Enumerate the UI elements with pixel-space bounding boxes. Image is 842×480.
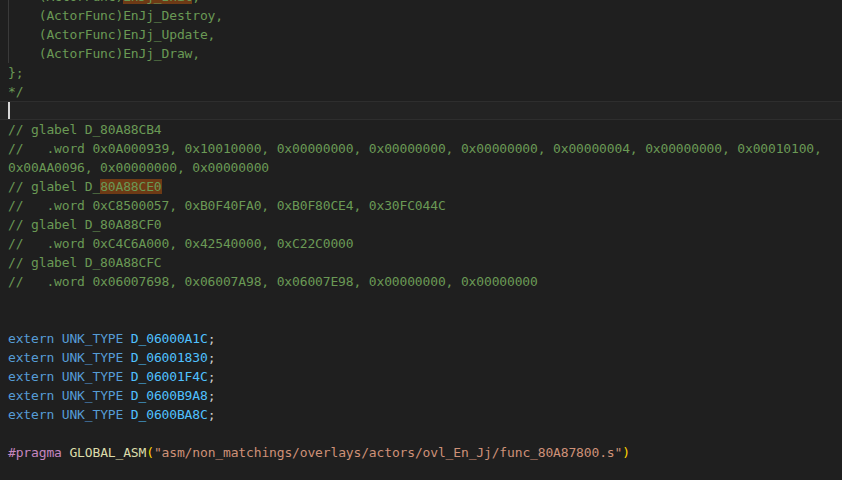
- code-token: D_06001830: [131, 350, 208, 365]
- code-token: UNK_TYPE: [62, 407, 123, 422]
- code-line[interactable]: [0, 291, 842, 310]
- code-token: */: [8, 84, 23, 99]
- code-token: (ActorFunc)EnJj_Destroy,: [8, 8, 223, 23]
- code-token: [123, 350, 131, 365]
- code-line[interactable]: extern UNK_TYPE D_06001830;: [0, 348, 842, 367]
- code-token: D_0600BA8C: [131, 407, 208, 422]
- code-line[interactable]: };: [0, 63, 842, 82]
- code-token: };: [8, 65, 23, 80]
- code-token: #pragma: [8, 445, 62, 460]
- code-token: [123, 369, 131, 384]
- code-token: extern: [8, 407, 54, 422]
- code-token: [54, 388, 62, 403]
- code-token: [123, 388, 131, 403]
- code-line[interactable]: // glabel D_80A88CE0: [0, 177, 842, 196]
- code-token: ;: [208, 369, 216, 384]
- code-token: extern: [8, 388, 54, 403]
- code-line[interactable]: // .word 0x0A000939, 0x10010000, 0x00000…: [0, 139, 842, 158]
- code-line[interactable]: */: [0, 82, 842, 101]
- code-line[interactable]: #pragma GLOBAL_ASM("asm/non_matchings/ov…: [0, 443, 842, 462]
- code-token: UNK_TYPE: [62, 388, 123, 403]
- code-token: UNK_TYPE: [62, 369, 123, 384]
- code-line[interactable]: // .word 0xC4C6A000, 0x42540000, 0xC22C0…: [0, 234, 842, 253]
- code-line[interactable]: // glabel D_80A88CF0: [0, 215, 842, 234]
- code-line[interactable]: (ActorFunc)EnJj_Draw,: [0, 44, 842, 63]
- code-token: // .word 0xC8500057, 0xB0F40FA0, 0xB0F80…: [8, 198, 446, 213]
- code-token: [123, 407, 131, 422]
- code-token: ,: [192, 0, 200, 4]
- code-token: [54, 407, 62, 422]
- code-token: UNK_TYPE: [62, 331, 123, 346]
- code-token: // glabel D_80A88CB4: [8, 122, 162, 137]
- code-line[interactable]: extern UNK_TYPE D_0600BA8C;: [0, 405, 842, 424]
- code-line[interactable]: extern UNK_TYPE D_0600B9A8;: [0, 386, 842, 405]
- code-line[interactable]: (ActorFunc)EnJj_Update,: [0, 25, 842, 44]
- code-line-current[interactable]: [0, 101, 842, 120]
- code-line[interactable]: extern UNK_TYPE D_06000A1C;: [0, 329, 842, 348]
- code-token: // glabel D_80A88CFC: [8, 255, 162, 270]
- code-line[interactable]: // glabel D_80A88CFC: [0, 253, 842, 272]
- code-token: 0x00AA0096, 0x00000000, 0x00000000: [8, 160, 269, 175]
- code-token: // .word 0x06007698, 0x06007A98, 0x06007…: [8, 274, 538, 289]
- code-token: // glabel D_: [8, 179, 100, 194]
- code-lines: (ActorFunc)EnJj_Init, (ActorFunc)EnJj_De…: [0, 0, 842, 462]
- code-token: // .word 0x0A000939, 0x10010000, 0x00000…: [8, 141, 822, 156]
- code-token: [54, 350, 62, 365]
- text-cursor: [8, 102, 10, 119]
- code-line[interactable]: (ActorFunc)EnJj_Destroy,: [0, 6, 842, 25]
- code-line[interactable]: // .word 0x06007698, 0x06007A98, 0x06007…: [0, 272, 842, 291]
- code-editor[interactable]: (ActorFunc)EnJj_Init, (ActorFunc)EnJj_De…: [0, 0, 842, 480]
- code-line[interactable]: // glabel D_80A88CB4: [0, 120, 842, 139]
- code-token: GLOBAL_ASM: [69, 445, 146, 460]
- code-token: [54, 369, 62, 384]
- code-token: [54, 331, 62, 346]
- code-token: // glabel D_80A88CF0: [8, 217, 162, 232]
- code-line[interactable]: // .word 0xC8500057, 0xB0F40FA0, 0xB0F80…: [0, 196, 842, 215]
- code-token: // .word 0xC4C6A000, 0x42540000, 0xC22C0…: [8, 236, 353, 251]
- code-line[interactable]: [0, 310, 842, 329]
- code-token: D_06000A1C: [131, 331, 208, 346]
- code-token: D_0600B9A8: [131, 388, 208, 403]
- search-match-highlight: 80A88CE0: [100, 179, 161, 194]
- code-token: ;: [208, 331, 216, 346]
- code-line[interactable]: extern UNK_TYPE D_06001F4C;: [0, 367, 842, 386]
- code-token: extern: [8, 369, 54, 384]
- code-token: (ActorFunc): [8, 0, 123, 4]
- code-token: extern: [8, 350, 54, 365]
- code-line[interactable]: [0, 424, 842, 443]
- code-token: (ActorFunc)EnJj_Draw,: [8, 46, 200, 61]
- code-token: ;: [208, 350, 216, 365]
- code-token: (ActorFunc)EnJj_Update,: [8, 27, 215, 42]
- code-token: ): [622, 445, 630, 460]
- code-token: ;: [208, 407, 216, 422]
- code-token: ;: [208, 388, 216, 403]
- code-token: UNK_TYPE: [62, 350, 123, 365]
- code-line[interactable]: 0x00AA0096, 0x00000000, 0x00000000: [0, 158, 842, 177]
- code-token: "asm/non_matchings/overlays/actors/ovl_E…: [154, 445, 622, 460]
- code-token: D_06001F4C: [131, 369, 208, 384]
- code-token: [123, 331, 131, 346]
- code-token: extern: [8, 331, 54, 346]
- search-match-highlight: EnJj_Init: [123, 0, 192, 4]
- code-token: (: [146, 445, 154, 460]
